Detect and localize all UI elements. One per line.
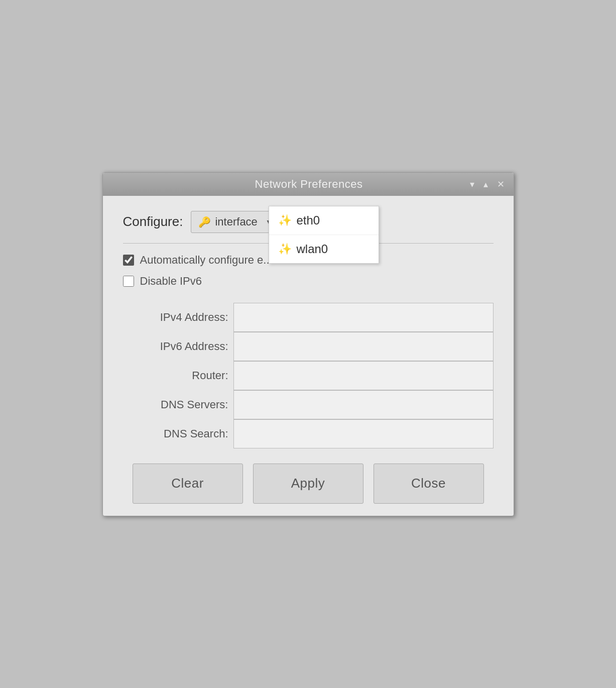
interface-value: interface: [215, 215, 257, 228]
dns-search-row: DNS Search:: [123, 419, 494, 448]
dns-servers-row: DNS Servers:: [123, 390, 494, 419]
dns-servers-label: DNS Servers:: [123, 398, 233, 411]
apply-button[interactable]: Apply: [253, 464, 363, 504]
dropdown-menu: ✨ eth0 ✨ wlan0: [269, 206, 379, 264]
router-input[interactable]: [233, 361, 494, 390]
interface-icon: 🔑: [198, 216, 211, 228]
ipv4-row: IPv4 Address:: [123, 303, 494, 332]
router-label: Router:: [123, 369, 233, 382]
maximize-button[interactable]: ▴: [481, 179, 490, 190]
title-bar: Network Preferences ▾ ▴ ✕: [103, 173, 514, 196]
dropdown-item-wlan0[interactable]: ✨ wlan0: [269, 235, 379, 263]
eth0-icon: ✨: [278, 214, 292, 227]
network-preferences-window: Network Preferences ▾ ▴ ✕ Configure: 🔑 i…: [102, 172, 514, 516]
disable-ipv6-label: Disable IPv6: [140, 275, 202, 288]
auto-configure-label: Automatically configure e...: [140, 254, 273, 267]
minimize-button[interactable]: ▾: [468, 179, 476, 190]
form-section: IPv4 Address: IPv6 Address: Router: DNS …: [123, 303, 494, 448]
ipv6-label: IPv6 Address:: [123, 340, 233, 353]
window-title: Network Preferences: [150, 178, 468, 191]
eth0-label: eth0: [297, 213, 320, 227]
router-row: Router:: [123, 361, 494, 390]
configure-label: Configure:: [123, 214, 183, 230]
ipv4-label: IPv4 Address:: [123, 311, 233, 324]
ipv6-input[interactable]: [233, 332, 494, 361]
ipv6-row: IPv6 Address:: [123, 332, 494, 361]
dns-search-label: DNS Search:: [123, 427, 233, 440]
title-bar-controls: ▾ ▴ ✕: [468, 179, 507, 190]
disable-ipv6-row: Disable IPv6: [123, 275, 494, 288]
button-row: Clear Apply Close: [123, 464, 494, 504]
wlan0-label: wlan0: [297, 242, 328, 256]
close-button-main[interactable]: Close: [374, 464, 484, 504]
close-button[interactable]: ✕: [495, 179, 507, 190]
dns-search-input[interactable]: [233, 419, 494, 448]
disable-ipv6-checkbox[interactable]: [123, 276, 134, 287]
wlan0-icon: ✨: [278, 243, 292, 256]
window-content: Configure: 🔑 interface ▼ ✨ eth0 ✨ wlan0: [103, 196, 514, 516]
clear-button[interactable]: Clear: [133, 464, 243, 504]
ipv4-input[interactable]: [233, 303, 494, 332]
configure-row: Configure: 🔑 interface ▼ ✨ eth0 ✨ wlan0: [123, 211, 494, 233]
auto-configure-checkbox[interactable]: [123, 255, 134, 266]
dns-servers-input[interactable]: [233, 390, 494, 419]
dropdown-item-eth0[interactable]: ✨ eth0: [269, 206, 379, 235]
